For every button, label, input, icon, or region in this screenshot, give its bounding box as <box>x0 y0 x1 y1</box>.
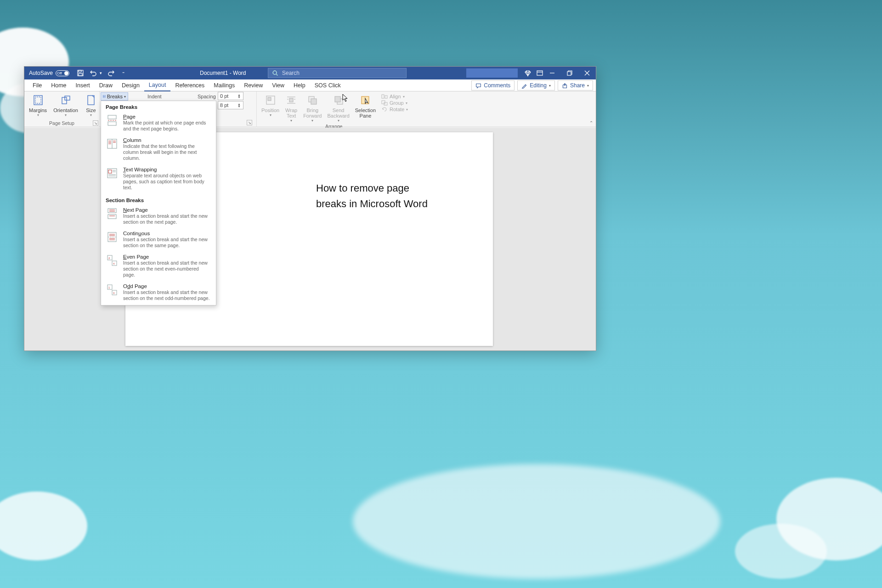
titlebar: AutoSave Off ▾ ⁼ Document1 - Word Search <box>24 67 596 79</box>
size-icon <box>85 94 97 107</box>
align-button: Align ▾ <box>381 94 408 99</box>
chevron-down-icon: ▾ <box>587 84 589 88</box>
breaks-dropdown: Page Breaks PageMark the point at which … <box>101 101 216 305</box>
group-objects-button: Group ▾ <box>381 100 408 106</box>
tab-layout[interactable]: Layout <box>144 79 171 91</box>
margins-button[interactable]: Margins <box>27 93 49 118</box>
break-option-continuous[interactable]: ContinuousInsert a section break and sta… <box>101 229 216 252</box>
svg-rect-55 <box>108 209 116 213</box>
align-icon <box>381 94 388 99</box>
group-icon <box>381 100 388 106</box>
tab-insert[interactable]: Insert <box>71 79 95 91</box>
svg-rect-5 <box>537 71 543 75</box>
autosave-toggle[interactable]: AutoSave Off <box>24 70 74 76</box>
close-button[interactable] <box>578 67 596 79</box>
tab-view[interactable]: View <box>267 79 289 91</box>
rotate-button: Rotate ▾ <box>381 107 408 112</box>
tab-design[interactable]: Design <box>117 79 144 91</box>
next-page-break-icon <box>106 207 119 220</box>
orientation-button[interactable]: Orientation <box>51 93 80 118</box>
svg-rect-1 <box>79 70 81 72</box>
svg-rect-13 <box>35 97 41 103</box>
chevron-down-icon <box>65 113 67 117</box>
break-option-column[interactable]: ColumnIndicate that the text following t… <box>101 136 216 165</box>
tab-help[interactable]: Help <box>289 79 310 91</box>
tab-references[interactable]: References <box>170 79 209 91</box>
decor-cloud <box>353 464 720 579</box>
account-area[interactable] <box>466 68 518 78</box>
break-option-odd-page[interactable]: 13 Odd PageInsert a section break and st… <box>101 282 216 305</box>
breaks-icon <box>103 94 106 99</box>
spacing-before-input[interactable]: 0 pt▲▼ <box>218 92 243 100</box>
break-title: Column <box>123 137 211 143</box>
svg-rect-24 <box>268 97 271 101</box>
breaks-button[interactable]: Breaks <box>101 92 128 101</box>
decor-cloud <box>735 524 827 579</box>
undo-dropdown-icon[interactable]: ▾ <box>100 71 102 75</box>
chevron-down-icon <box>338 119 339 123</box>
break-option-text-wrapping[interactable]: Text WrappingSeparate text around object… <box>101 165 216 194</box>
svg-rect-22 <box>103 96 105 97</box>
selection-pane-icon <box>359 94 372 107</box>
svg-text:2: 2 <box>108 257 110 260</box>
svg-rect-56 <box>108 215 116 219</box>
svg-rect-35 <box>382 95 384 98</box>
share-button[interactable]: Share ▾ <box>558 80 593 90</box>
wrap-text-button: Wrap Text <box>283 93 300 124</box>
dropdown-header-page-breaks: Page Breaks <box>101 101 216 112</box>
document-text[interactable]: How to remove page breaks in Microsoft W… <box>316 181 428 212</box>
spacing-after-input[interactable]: 8 pt▲▼ <box>218 101 243 109</box>
collapse-ribbon-button[interactable]: ⌃ <box>589 120 593 125</box>
break-title: Page <box>123 114 211 119</box>
column-break-icon <box>106 137 119 150</box>
spinner-arrows-icon: ▲▼ <box>237 103 241 107</box>
break-option-even-page[interactable]: 24 Even PageInsert a section break and s… <box>101 252 216 282</box>
dialog-launcher-icon[interactable]: ↘ <box>93 120 98 126</box>
tab-mailings[interactable]: Mailings <box>209 79 239 91</box>
dialog-launcher-icon[interactable]: ↘ <box>247 120 252 125</box>
svg-rect-39 <box>108 115 116 119</box>
comments-button[interactable]: Comments <box>471 80 514 90</box>
minimize-button[interactable] <box>543 67 561 79</box>
redo-icon[interactable] <box>107 69 115 77</box>
break-option-next-page[interactable]: Next PageInsert a section break and star… <box>101 205 216 229</box>
chevron-down-icon <box>311 119 313 123</box>
tab-draw[interactable]: Draw <box>95 79 117 91</box>
tab-file[interactable]: File <box>28 79 46 91</box>
spacing-label: Spacing <box>198 94 216 99</box>
chevron-down-icon <box>90 113 92 117</box>
svg-rect-40 <box>108 122 116 125</box>
svg-rect-21 <box>103 96 105 96</box>
break-title: Odd Page <box>123 283 211 289</box>
group-label-page-setup: Page Setup <box>27 120 96 127</box>
search-input[interactable]: Search <box>268 68 407 78</box>
selection-pane-button[interactable]: Selection Pane <box>353 93 378 124</box>
ribbon-display-icon[interactable] <box>536 69 543 77</box>
break-title: Next Page <box>123 207 211 213</box>
undo-icon[interactable] <box>90 69 97 77</box>
bring-forward-icon <box>306 94 319 107</box>
continuous-break-icon <box>106 231 119 243</box>
position-button: Position <box>260 93 281 124</box>
dropdown-header-section-breaks: Section Breaks <box>101 194 216 205</box>
tab-review[interactable]: Review <box>239 79 267 91</box>
save-icon[interactable] <box>77 69 84 77</box>
toggle-off-icon: Off <box>56 70 69 76</box>
rotate-icon <box>381 107 388 112</box>
size-button[interactable]: Size <box>83 93 99 118</box>
decor-cloud <box>0 492 87 560</box>
comment-icon <box>475 83 481 89</box>
editing-button[interactable]: Editing ▾ <box>517 80 555 90</box>
break-option-page[interactable]: PageMark the point at which one page end… <box>101 112 216 136</box>
qat-customize-icon[interactable]: ⁼ <box>122 71 124 76</box>
maximize-button[interactable] <box>561 67 578 79</box>
svg-rect-36 <box>385 96 387 98</box>
odd-page-break-icon: 13 <box>106 283 119 296</box>
break-title: Continuous <box>123 231 211 236</box>
diamond-icon[interactable] <box>524 69 531 77</box>
break-title: Text Wrapping <box>123 167 211 172</box>
svg-rect-15 <box>65 96 70 100</box>
spinner-arrows-icon: ▲▼ <box>237 94 241 98</box>
tab-home[interactable]: Home <box>46 79 71 91</box>
tab-sosclick[interactable]: SOS Click <box>310 79 345 91</box>
